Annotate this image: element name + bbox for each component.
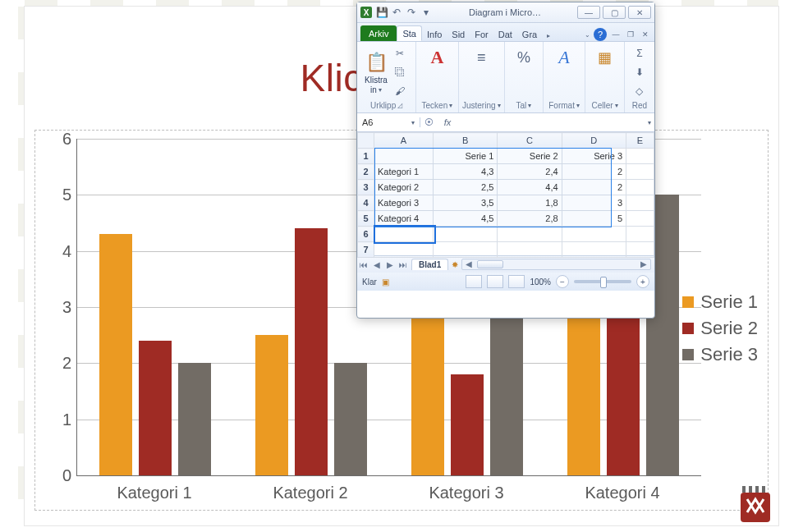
tab-start[interactable]: Sta — [397, 25, 422, 41]
sheet-nav-prev-icon[interactable]: ◀ — [370, 260, 383, 269]
cell[interactable]: 2 — [562, 164, 626, 180]
mdi-restore-icon[interactable]: ❐ — [625, 30, 636, 39]
cell[interactable]: 2,4 — [498, 164, 562, 180]
cell[interactable]: Kategori 1 — [374, 164, 434, 180]
sheet-nav-next-icon[interactable]: ▶ — [383, 260, 397, 269]
zoom-slider[interactable] — [574, 280, 631, 283]
styles-button[interactable]: A — [547, 44, 581, 71]
sheet-nav-last-icon[interactable]: ⏭ — [397, 260, 410, 269]
formula-expand-icon[interactable]: ▾ — [645, 119, 654, 126]
col-header[interactable]: A — [374, 133, 434, 149]
bar[interactable] — [295, 228, 328, 475]
row-header[interactable]: 4 — [358, 195, 374, 211]
redo-icon[interactable]: ↷ — [405, 6, 418, 19]
row-header[interactable]: 2 — [358, 164, 374, 180]
tab-granska[interactable]: Gra — [517, 27, 542, 41]
bar[interactable] — [178, 363, 211, 475]
sheet-tab[interactable]: Blad1 — [411, 259, 448, 270]
mdi-minimize-icon[interactable]: ― — [610, 30, 622, 39]
cell[interactable]: Serie 1 — [434, 149, 498, 164]
tab-sidlayout[interactable]: Sid — [447, 27, 470, 41]
legend[interactable]: Serie 1 Serie 2 Serie 3 — [682, 287, 758, 370]
bar[interactable] — [490, 307, 523, 475]
legend-item[interactable]: Serie 2 — [682, 318, 758, 339]
worksheet[interactable]: A B C D E 1 Serie 1 Serie 2 Serie 3 2 Ka… — [357, 132, 654, 255]
bar[interactable] — [334, 363, 367, 475]
tab-formler[interactable]: For — [470, 27, 493, 41]
format-painter-icon[interactable]: 🖌 — [393, 85, 406, 98]
view-pagelayout-button[interactable] — [487, 275, 503, 288]
paste-button[interactable]: 📋 Klistra in▾ — [360, 44, 392, 101]
col-header[interactable]: C — [498, 133, 562, 149]
cell[interactable]: 4,3 — [434, 164, 498, 180]
fx-expand-icon[interactable]: ⦿ — [420, 117, 437, 127]
row-header[interactable]: 1 — [358, 149, 374, 164]
cell[interactable]: 1,8 — [498, 195, 562, 211]
font-button[interactable]: A — [420, 44, 454, 71]
cell[interactable]: 4,4 — [498, 180, 562, 195]
insert-sheet-icon[interactable]: ✸ — [452, 260, 458, 269]
dialog-launcher-icon[interactable]: ◿ — [397, 102, 402, 109]
copy-icon[interactable]: ⿻ — [393, 66, 406, 79]
excel-data-window[interactable]: X 💾 ↶ ↷ ▾ Diagram i Micro… ― ▢ ✕ Arkiv S… — [356, 2, 655, 319]
fx-icon[interactable]: fx — [437, 117, 458, 127]
zoom-level[interactable]: 100% — [530, 277, 551, 287]
cell[interactable]: 2,8 — [498, 211, 562, 227]
mdi-close-icon[interactable]: ✕ — [640, 30, 651, 39]
hscrollbar[interactable]: ◀ ▶ — [461, 259, 651, 270]
row-header[interactable]: 7 — [358, 242, 374, 258]
cell[interactable]: Kategori 2 — [374, 180, 434, 195]
maximize-button[interactable]: ▢ — [603, 6, 626, 19]
titlebar[interactable]: X 💾 ↶ ↷ ▾ Diagram i Micro… ― ▢ ✕ — [357, 2, 654, 23]
bar[interactable] — [139, 341, 172, 475]
cell[interactable]: 2,5 — [434, 180, 498, 195]
cell[interactable]: 2 — [562, 180, 626, 195]
macro-record-icon[interactable]: ▣ — [382, 277, 389, 287]
cell[interactable]: 4,5 — [434, 211, 498, 227]
cell[interactable]: Serie 3 — [562, 149, 626, 164]
view-normal-button[interactable] — [466, 275, 482, 288]
cut-icon[interactable]: ✂ — [393, 47, 406, 60]
cell[interactable]: Serie 2 — [498, 149, 562, 164]
minimize-button[interactable]: ― — [577, 6, 600, 19]
help-icon[interactable]: ? — [594, 28, 607, 41]
save-icon[interactable]: 💾 — [375, 6, 388, 19]
tab-overflow-icon[interactable]: ▸ — [542, 30, 555, 41]
sheet-nav-first-icon[interactable]: ⏮ — [357, 260, 370, 269]
scroll-thumb[interactable] — [477, 260, 503, 268]
cell[interactable]: Kategori 3 — [374, 195, 434, 211]
cells-button[interactable]: ▦ — [589, 44, 621, 71]
bar[interactable] — [99, 234, 132, 475]
view-pagebreak-button[interactable] — [508, 275, 525, 288]
tab-arkiv[interactable]: Arkiv — [360, 25, 397, 41]
close-button[interactable]: ✕ — [628, 6, 651, 19]
zoom-out-button[interactable]: − — [556, 275, 569, 288]
qat-customize-icon[interactable]: ▾ — [420, 6, 433, 19]
row-header[interactable]: 5 — [358, 211, 374, 227]
zoom-in-button[interactable]: + — [636, 275, 649, 288]
cell[interactable]: 3 — [562, 195, 626, 211]
bar[interactable] — [255, 335, 288, 475]
ribbon-minimize-icon[interactable]: ⌄ — [585, 31, 590, 39]
align-button[interactable]: ≡ — [462, 44, 501, 71]
bar[interactable] — [451, 374, 484, 475]
row-header[interactable]: 3 — [358, 180, 374, 195]
cell[interactable]: Kategori 4 — [374, 211, 434, 227]
autosum-icon[interactable]: Σ — [633, 47, 646, 60]
clear-icon[interactable]: ◇ — [633, 85, 646, 98]
select-all-corner[interactable] — [358, 133, 374, 149]
tab-data[interactable]: Dat — [493, 27, 517, 41]
cell[interactable]: 3,5 — [434, 195, 498, 211]
col-header[interactable]: E — [626, 133, 654, 149]
bar[interactable] — [607, 319, 640, 475]
legend-item[interactable]: Serie 3 — [682, 344, 758, 365]
row-header[interactable]: 6 — [358, 227, 374, 242]
name-box[interactable]: A6▾ — [357, 117, 420, 127]
tab-infoga[interactable]: Info — [422, 27, 447, 41]
col-header[interactable]: B — [434, 133, 498, 149]
formula-input[interactable] — [458, 117, 645, 127]
legend-item[interactable]: Serie 1 — [682, 291, 758, 313]
cell[interactable]: 5 — [562, 211, 626, 227]
zoom-thumb[interactable] — [600, 277, 607, 288]
fill-icon[interactable]: ⬇ — [633, 66, 646, 79]
